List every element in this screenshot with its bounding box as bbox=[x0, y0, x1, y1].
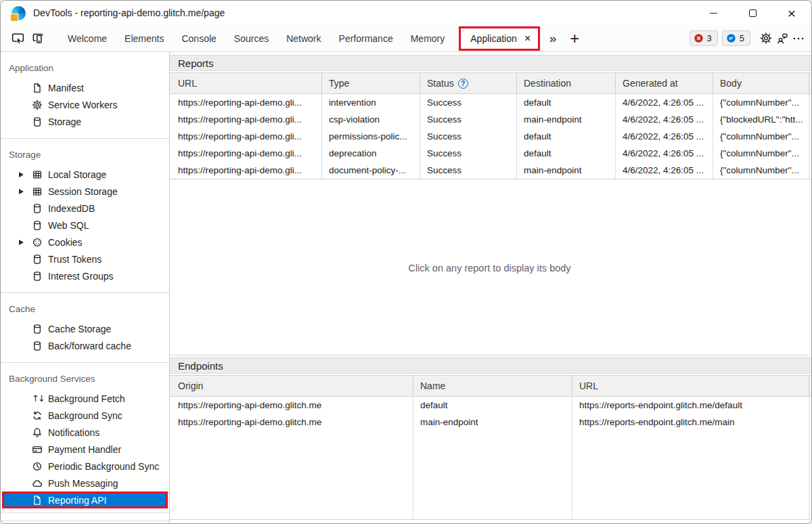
tab-application-active[interactable]: Application × bbox=[459, 26, 539, 51]
more-options-button[interactable] bbox=[792, 32, 805, 45]
report-status: Success bbox=[420, 128, 517, 145]
sidebar-item-trust-tokens[interactable]: Trust Tokens bbox=[1, 250, 169, 267]
column-header-endpoint-url[interactable]: URL bbox=[572, 376, 809, 396]
report-generated-at: 4/6/2022, 4:26:05 ... bbox=[616, 94, 713, 111]
report-generated-at: 4/6/2022, 4:26:05 ... bbox=[616, 111, 713, 128]
maximize-button[interactable] bbox=[733, 1, 772, 25]
edge-devtools-logo-icon bbox=[12, 6, 26, 20]
minimize-button[interactable] bbox=[694, 1, 733, 25]
sidebar-item-session-storage[interactable]: Session Storage bbox=[1, 183, 169, 200]
reports-grid: https://reporting-api-demo.gli... interv… bbox=[170, 94, 811, 179]
column-header-url[interactable]: URL bbox=[170, 73, 322, 93]
sidebar-item-local-storage[interactable]: Local Storage bbox=[1, 166, 169, 183]
expand-arrow-icon[interactable] bbox=[19, 172, 24, 177]
report-row[interactable]: https://reporting-api-demo.gli... deprec… bbox=[170, 145, 811, 162]
title-bar: DevTools - reporting-api-demo.glitch.me/… bbox=[1, 1, 811, 25]
column-header-origin[interactable]: Origin bbox=[170, 376, 413, 396]
feedback-button[interactable] bbox=[776, 32, 788, 45]
expand-arrow-icon[interactable] bbox=[19, 240, 24, 245]
column-header-generated-at[interactable]: Generated at bbox=[616, 73, 713, 93]
report-row[interactable]: https://reporting-api-demo.gli... csp-vi… bbox=[170, 111, 811, 128]
sidebar-item-label: Cache Storage bbox=[48, 324, 111, 334]
tab-application-label: Application bbox=[470, 33, 517, 44]
database-icon bbox=[32, 271, 43, 282]
report-destination: default bbox=[517, 94, 616, 111]
tab-elements[interactable]: Elements bbox=[116, 25, 173, 51]
section-title-background-services: Background Services bbox=[1, 370, 169, 387]
report-row[interactable]: https://reporting-api-demo.gli... permis… bbox=[170, 128, 811, 145]
sidebar-item-manifest[interactable]: Manifest bbox=[1, 79, 169, 96]
tab-console[interactable]: Console bbox=[173, 25, 225, 51]
console-errors-badge[interactable]: 3 bbox=[690, 30, 718, 46]
report-body: {"columnNumber"... bbox=[713, 128, 809, 145]
sidebar-item-reporting-api-selected[interactable]: Reporting API bbox=[2, 492, 168, 508]
sidebar-item-web-sql[interactable]: Web SQL bbox=[1, 217, 169, 234]
device-toolbar-button[interactable] bbox=[28, 28, 48, 49]
column-header-type[interactable]: Type bbox=[322, 73, 420, 93]
close-button[interactable]: × bbox=[772, 1, 811, 25]
sidebar-section-application: Application Manifest Service Workers Sto… bbox=[1, 52, 169, 139]
column-header-destination[interactable]: Destination bbox=[517, 73, 616, 93]
endpoint-origin[interactable]: https://reporting-api-demo.glitch.me bbox=[170, 414, 413, 431]
more-tabs-button[interactable]: » bbox=[543, 31, 564, 46]
report-url: https://reporting-api-demo.gli... bbox=[170, 111, 322, 128]
expand-arrow-icon[interactable] bbox=[19, 189, 24, 194]
sidebar-item-indexeddb[interactable]: IndexedDB bbox=[1, 200, 169, 217]
tab-performance[interactable]: Performance bbox=[330, 25, 402, 51]
cookie-icon bbox=[32, 237, 43, 248]
sidebar-item-notifications[interactable]: Notifications bbox=[1, 424, 169, 441]
tab-network[interactable]: Network bbox=[277, 25, 330, 51]
inspect-element-button[interactable] bbox=[7, 28, 28, 49]
report-destination: default bbox=[517, 128, 616, 145]
sidebar-item-push-messaging[interactable]: Push Messaging bbox=[1, 475, 169, 492]
column-header-status[interactable]: Status ? bbox=[420, 73, 517, 93]
sidebar-item-label: Trust Tokens bbox=[48, 254, 102, 265]
sidebar-item-periodic-background-sync[interactable]: Periodic Background Sync bbox=[1, 458, 169, 475]
error-count: 3 bbox=[707, 33, 712, 43]
report-row[interactable]: https://reporting-api-demo.gli... docume… bbox=[170, 162, 811, 179]
settings-button[interactable] bbox=[760, 32, 772, 45]
endpoint-url[interactable]: https://reports-endpoint.glitch.me/main bbox=[572, 414, 809, 431]
person-feedback-icon bbox=[776, 32, 788, 45]
sidebar-item-label: Local Storage bbox=[48, 169, 106, 180]
sidebar-item-label: Cookies bbox=[48, 237, 83, 248]
endpoints-name-column: default main-endpoint bbox=[413, 397, 572, 519]
message-count: 5 bbox=[740, 33, 744, 43]
tab-sources[interactable]: Sources bbox=[225, 25, 277, 51]
sidebar-item-cookies[interactable]: Cookies bbox=[1, 234, 169, 250]
database-icon bbox=[32, 254, 43, 265]
endpoints-title: Endpoints bbox=[178, 360, 223, 372]
sidebar-item-background-fetch[interactable]: ↑↓ Background Fetch bbox=[1, 390, 169, 407]
report-generated-at: 4/6/2022, 4:26:05 ... bbox=[616, 128, 713, 145]
endpoint-url[interactable]: https://reports-endpoint.glitch.me/defau… bbox=[572, 397, 809, 414]
tab-welcome[interactable]: Welcome bbox=[59, 25, 116, 51]
sidebar-item-interest-groups[interactable]: Interest Groups bbox=[1, 267, 169, 284]
file-icon bbox=[32, 495, 43, 506]
report-status: Success bbox=[420, 162, 517, 179]
tab-memory[interactable]: Memory bbox=[402, 25, 454, 51]
column-header-body[interactable]: Body bbox=[713, 73, 809, 93]
report-row[interactable]: https://reporting-api-demo.gli... interv… bbox=[170, 94, 811, 111]
database-icon bbox=[32, 324, 43, 334]
endpoints-url-column: https://reports-endpoint.glitch.me/defau… bbox=[572, 397, 809, 519]
console-messages-badge[interactable]: 5 bbox=[722, 30, 750, 46]
endpoint-name[interactable]: main-endpoint bbox=[413, 414, 572, 431]
table-icon bbox=[32, 186, 43, 197]
column-header-name[interactable]: Name bbox=[413, 376, 572, 396]
sidebar-item-payment-handler[interactable]: Payment Handler bbox=[1, 441, 169, 458]
sidebar-item-cache-storage[interactable]: Cache Storage bbox=[1, 320, 169, 337]
report-url: https://reporting-api-demo.gli... bbox=[170, 128, 322, 145]
sidebar-item-back-forward-cache[interactable]: Back/forward cache bbox=[1, 337, 169, 354]
inspect-cursor-icon bbox=[12, 32, 24, 45]
tab-close-icon[interactable]: × bbox=[524, 32, 531, 44]
sidebar-section-background-services: Background Services ↑↓ Background Fetch … bbox=[1, 363, 169, 513]
sidebar-item-service-workers[interactable]: Service Workers bbox=[1, 96, 169, 113]
sidebar-item-background-sync[interactable]: Background Sync bbox=[1, 407, 169, 424]
add-tab-button[interactable]: + bbox=[563, 29, 586, 48]
report-body: {"columnNumber"... bbox=[713, 94, 809, 111]
endpoint-name[interactable]: default bbox=[413, 397, 572, 414]
sidebar-item-label: Session Storage bbox=[48, 186, 118, 197]
sidebar-item-storage[interactable]: Storage bbox=[1, 113, 169, 130]
status-help-icon[interactable]: ? bbox=[458, 79, 468, 89]
endpoint-origin[interactable]: https://reporting-api-demo.glitch.me bbox=[170, 397, 413, 414]
